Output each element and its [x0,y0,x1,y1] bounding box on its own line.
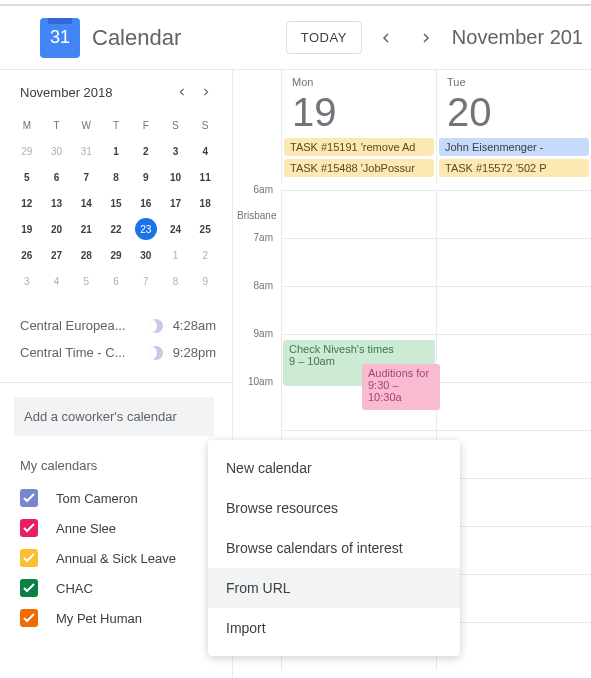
calendar-list: Tom CameronAnne SleeAnnual & Sick LeaveC… [0,483,232,633]
hour-cell[interactable] [436,334,591,382]
mini-day-cell[interactable]: 19 [12,216,42,242]
main-menu-icon[interactable] [8,26,32,50]
calendar-item[interactable]: Tom Cameron [10,483,222,513]
hour-cell[interactable] [281,238,436,286]
day-of-week: Tue [447,76,591,88]
hour-cell[interactable] [281,286,436,334]
mini-day-cell[interactable]: 23 [131,216,161,242]
sidebar: November 2018 MTWTFSS2930311234567891011… [0,70,233,678]
mini-day-cell[interactable]: 13 [42,190,72,216]
mini-dow-header: S [161,112,191,138]
mini-dow-header: T [101,112,131,138]
mini-day-cell[interactable]: 18 [190,190,220,216]
today-button[interactable]: TODAY [286,21,362,54]
hour-cell[interactable] [436,382,591,430]
day-header[interactable]: Tue20 [436,70,591,136]
prev-week-button[interactable] [370,22,402,54]
mini-day-cell[interactable]: 15 [101,190,131,216]
calendar-item[interactable]: Annual & Sick Leave [10,543,222,573]
mini-day-cell[interactable]: 9 [131,164,161,190]
add-coworker-input[interactable]: Add a coworker's calendar [14,397,214,436]
menu-item-browse-resources[interactable]: Browse resources [208,488,460,528]
mini-day-cell[interactable]: 29 [12,138,42,164]
hour-cell[interactable] [436,286,591,334]
mini-day-cell[interactable]: 2 [131,138,161,164]
app-header: 31 Calendar TODAY November 201 [0,6,591,70]
mini-day-cell[interactable]: 21 [71,216,101,242]
mini-day-cell[interactable]: 8 [161,268,191,294]
menu-item-import[interactable]: Import [208,608,460,648]
day-number: 19 [292,88,436,136]
mini-next-button[interactable] [194,80,218,104]
day-header[interactable]: Mon19 [281,70,436,136]
allday-column: John Eisenmenger -TASK #15572 '502 P [436,136,591,184]
allday-event[interactable]: TASK #15191 'remove Ad [284,138,434,156]
calendar-checkbox[interactable] [20,549,38,567]
mini-day-cell[interactable]: 8 [101,164,131,190]
allday-event[interactable]: John Eisenmenger - [439,138,589,156]
calendar-label: CHAC [56,581,93,596]
mini-dow-header: F [131,112,161,138]
mini-day-cell[interactable]: 1 [161,242,191,268]
allday-event[interactable]: TASK #15488 'JobPossur [284,159,434,177]
calendar-label: Tom Cameron [56,491,138,506]
mini-day-cell[interactable]: 4 [42,268,72,294]
mini-day-cell[interactable]: 11 [190,164,220,190]
calendar-item[interactable]: My Pet Human [10,603,222,633]
mini-day-cell[interactable]: 22 [101,216,131,242]
mini-day-cell[interactable]: 5 [71,268,101,294]
calendar-item[interactable]: CHAC [10,573,222,603]
mini-day-cell[interactable]: 25 [190,216,220,242]
mini-day-cell[interactable]: 1 [101,138,131,164]
calendar-checkbox[interactable] [20,519,38,537]
mini-day-cell[interactable]: 16 [131,190,161,216]
mini-day-cell[interactable]: 29 [101,242,131,268]
mini-day-cell[interactable]: 30 [131,242,161,268]
mini-day-cell[interactable]: 28 [71,242,101,268]
clock-time: 4:28am [173,318,216,333]
moon-icon [149,346,163,360]
hour-label: 9am [233,328,281,376]
mini-day-cell[interactable]: 10 [161,164,191,190]
hour-label: 6am [233,184,281,232]
mini-prev-button[interactable] [170,80,194,104]
mini-day-cell[interactable]: 27 [42,242,72,268]
allday-event[interactable]: TASK #15572 '502 P [439,159,589,177]
calendar-item[interactable]: Anne Slee [10,513,222,543]
mini-day-cell[interactable]: 24 [161,216,191,242]
day-number: 20 [447,88,591,136]
hour-cell[interactable] [281,190,436,238]
mini-day-cell[interactable]: 3 [161,138,191,164]
calendar-checkbox[interactable] [20,579,38,597]
mini-calendar[interactable]: MTWTFSS293031123456789101112131415161718… [0,104,232,294]
menu-item-from-url[interactable]: From URL [208,568,460,608]
mini-day-cell[interactable]: 14 [71,190,101,216]
add-calendar-menu: New calendarBrowse resourcesBrowse calen… [208,440,460,656]
mini-day-cell[interactable]: 20 [42,216,72,242]
mini-dow-header: T [42,112,72,138]
mini-day-cell[interactable]: 7 [71,164,101,190]
mini-day-cell[interactable]: 5 [12,164,42,190]
calendar-label: Annual & Sick Leave [56,551,176,566]
mini-day-cell[interactable]: 6 [42,164,72,190]
calendar-checkbox[interactable] [20,609,38,627]
mini-day-cell[interactable]: 26 [12,242,42,268]
hour-cell[interactable] [436,190,591,238]
mini-day-cell[interactable]: 30 [42,138,72,164]
mini-day-cell[interactable]: 17 [161,190,191,216]
mini-day-cell[interactable]: 2 [190,242,220,268]
next-week-button[interactable] [410,22,442,54]
mini-day-cell[interactable]: 3 [12,268,42,294]
mini-day-cell[interactable]: 9 [190,268,220,294]
calendar-checkbox[interactable] [20,489,38,507]
menu-item-browse-calendars-of-interest[interactable]: Browse calendars of interest [208,528,460,568]
mini-day-cell[interactable]: 4 [190,138,220,164]
hour-label: 10am [233,376,281,424]
mini-day-cell[interactable]: 31 [71,138,101,164]
mini-day-cell[interactable]: 7 [131,268,161,294]
timed-event[interactable]: Auditions for9:30 – 10:30a [362,364,440,410]
menu-item-new-calendar[interactable]: New calendar [208,448,460,488]
hour-cell[interactable] [436,238,591,286]
mini-day-cell[interactable]: 12 [12,190,42,216]
mini-day-cell[interactable]: 6 [101,268,131,294]
